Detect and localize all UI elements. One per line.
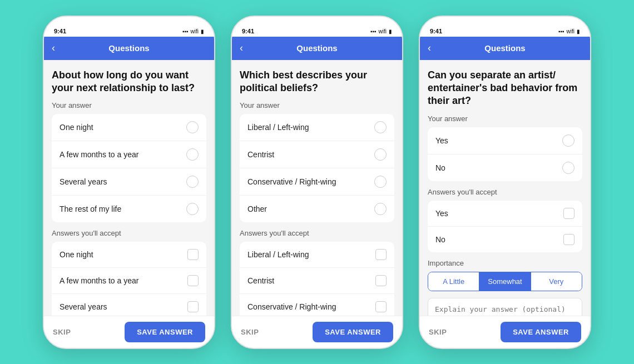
save-answer-button[interactable]: SAVE ANSWER [125,322,205,342]
status-icons: ▪▪▪ wifi ▮ [370,28,392,34]
checkbox[interactable] [375,249,387,260]
save-answer-button[interactable]: SAVE ANSWER [313,322,393,342]
wifi-icon: wifi [379,28,387,34]
accept-option-text: Yes [435,209,448,218]
answer-row[interactable]: Centrist [240,141,394,168]
accept-row[interactable]: Centrist [240,268,394,294]
answer-option-text: Other [247,205,267,213]
answer-option-text: Conservative / Right-wing [247,177,336,186]
checkbox[interactable] [375,275,387,286]
checkbox[interactable] [187,301,199,312]
radio-button[interactable] [186,176,199,188]
answer-option-text: Yes [435,136,448,145]
phone-footer: SKIP SAVE ANSWER [44,316,214,348]
accept-answer-card: Yes No [428,201,582,252]
answer-row[interactable]: Other [240,196,394,222]
answer-row[interactable]: A few months to a year [52,141,206,168]
answer-row[interactable]: One night [52,114,206,141]
accept-row[interactable]: Yes [428,201,582,227]
status-icons: ▪▪▪ wifi ▮ [558,28,580,34]
answer-row[interactable]: Conservative / Right-wing [240,168,394,196]
importance-btn-a-little[interactable]: A Little [428,272,479,291]
accept-row[interactable]: One night [52,242,206,268]
radio-button[interactable] [374,203,387,215]
accept-option-text: Liberal / Left-wing [247,250,309,259]
phone-3: 9:41 ▪▪▪ wifi ▮ ‹ Questions Can you sepa… [419,16,591,349]
phone-2: 9:41 ▪▪▪ wifi ▮ ‹ Questions Which best d… [231,16,403,349]
phone-header: ‹ Questions [420,37,590,60]
phone-footer: SKIP SAVE ANSWER [420,316,590,348]
phone-content: Which best describes your political beli… [232,60,402,316]
radio-button[interactable] [562,162,574,174]
accept-row[interactable]: Conservative / Right-wing [240,294,394,315]
back-button[interactable]: ‹ [52,42,55,54]
importance-buttons: A LittleSomewhatVery [428,272,582,291]
checkbox[interactable] [187,249,199,260]
explain-input[interactable] [428,298,582,316]
back-button[interactable]: ‹ [428,42,431,54]
accept-label: Answers you'll accept [428,188,582,196]
answer-row[interactable]: Liberal / Left-wing [240,114,394,141]
answer-row[interactable]: Yes [428,127,582,154]
signal-icon: ▪▪▪ [182,28,189,34]
radio-button[interactable] [374,148,387,161]
importance-btn-very[interactable]: Very [531,272,582,291]
skip-button[interactable]: SKIP [53,328,71,336]
answer-option-text: Several years [60,177,107,186]
question-text: Can you separate an artist/ entertainer'… [428,69,582,108]
your-answer-label: Your answer [428,114,582,123]
radio-button[interactable] [186,121,199,133]
checkbox[interactable] [187,275,199,286]
radio-button[interactable] [186,203,199,215]
status-time: 9:41 [54,28,66,34]
checkbox[interactable] [375,301,387,312]
accept-answer-card: One night A few months to a year Several… [52,242,206,315]
header-title: Questions [484,43,525,53]
wifi-icon: wifi [191,28,199,34]
status-icons: ▪▪▪ wifi ▮ [182,28,204,34]
skip-button[interactable]: SKIP [241,328,259,336]
accept-row[interactable]: Liberal / Left-wing [240,242,394,268]
skip-button[interactable]: SKIP [429,328,447,336]
radio-button[interactable] [374,176,387,188]
your-answer-card: One night A few months to a year Several… [52,114,206,222]
signal-icon: ▪▪▪ [558,28,564,34]
importance-btn-somewhat[interactable]: Somewhat [479,272,531,291]
header-title: Questions [108,43,149,53]
phone-notch [284,17,350,29]
back-button[interactable]: ‹ [240,42,243,54]
battery-icon: ▮ [577,28,580,34]
accept-label: Answers you'll accept [240,229,394,237]
your-answer-card: Yes No [428,127,582,181]
checkbox[interactable] [563,208,574,219]
signal-icon: ▪▪▪ [370,28,377,34]
accept-answer-card: Liberal / Left-wing Centrist Conservativ… [240,242,394,315]
answer-row[interactable]: The rest of my life [52,196,206,222]
accept-option-text: No [435,235,445,244]
answer-row[interactable]: No [428,154,582,181]
status-time: 9:41 [430,28,442,34]
answer-row[interactable]: Several years [52,168,206,196]
accept-row[interactable]: No [428,227,582,252]
radio-button[interactable] [374,121,387,133]
phone-notch [96,17,162,29]
accept-row[interactable]: A few months to a year [52,268,206,294]
radio-button[interactable] [186,148,199,161]
status-time: 9:41 [242,28,254,34]
phone-header: ‹ Questions [44,37,214,60]
battery-icon: ▮ [389,28,392,34]
phones-container: 9:41 ▪▪▪ wifi ▮ ‹ Questions About how lo… [43,16,591,349]
answer-option-text: No [435,163,445,172]
answer-option-text: Liberal / Left-wing [247,123,309,132]
accept-option-text: Centrist [247,276,274,285]
save-answer-button[interactable]: SAVE ANSWER [501,322,581,342]
radio-button[interactable] [562,134,574,147]
phone-1: 9:41 ▪▪▪ wifi ▮ ‹ Questions About how lo… [43,16,215,349]
accept-option-text: One night [60,250,93,259]
accept-row[interactable]: Several years [52,294,206,315]
checkbox[interactable] [563,234,574,245]
phone-notch [472,17,538,29]
question-text: About how long do you want your next rel… [52,69,206,95]
accept-option-text: A few months to a year [60,276,138,285]
answer-option-text: The rest of my life [60,205,121,213]
